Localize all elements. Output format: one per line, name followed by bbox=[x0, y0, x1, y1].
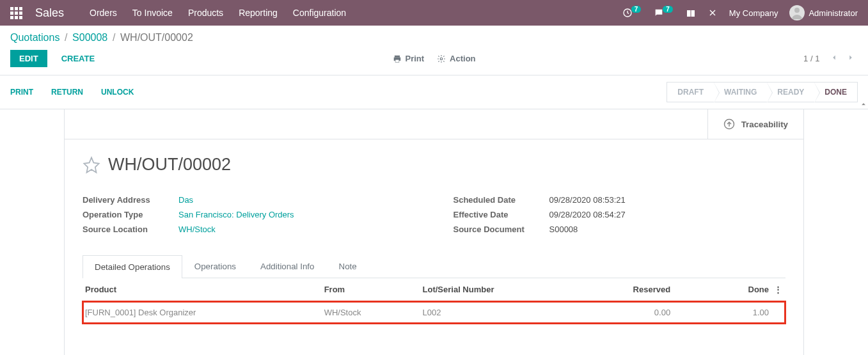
col-menu[interactable]: ⋮ bbox=[771, 278, 785, 301]
status-done[interactable]: DONE bbox=[814, 82, 858, 102]
control-bar: EDIT CREATE Print Action 1 / 1 bbox=[0, 46, 868, 75]
action-button[interactable]: Action bbox=[437, 54, 475, 63]
return-link[interactable]: RETURN bbox=[51, 88, 83, 97]
avatar-icon bbox=[789, 5, 805, 20]
company-selector[interactable]: My Company bbox=[729, 8, 778, 18]
status-draft[interactable]: DRAFT bbox=[667, 82, 714, 102]
tab-additional-info[interactable]: Additional Info bbox=[248, 255, 326, 278]
delivery-address-value[interactable]: Das bbox=[178, 195, 193, 205]
create-button[interactable]: CREATE bbox=[52, 50, 104, 67]
status-waiting[interactable]: WAITING bbox=[714, 82, 767, 102]
user-menu[interactable]: Administrator bbox=[789, 5, 858, 20]
nav-menu: Orders To Invoice Products Reporting Con… bbox=[90, 8, 622, 18]
breadcrumb-sep: / bbox=[113, 32, 115, 43]
source-location-label: Source Location bbox=[83, 225, 178, 234]
status-ready[interactable]: READY bbox=[767, 82, 814, 102]
effective-date-value: 09/28/2020 08:54:27 bbox=[549, 210, 626, 219]
breadcrumb-order[interactable]: S00008 bbox=[72, 32, 107, 43]
pager-count: 1 / 1 bbox=[803, 54, 819, 63]
messaging-badge: 7 bbox=[663, 6, 673, 13]
cell-product: [FURN_0001] Desk Organizer bbox=[83, 301, 322, 324]
gift-icon[interactable] bbox=[686, 8, 696, 18]
col-lot[interactable]: Lot/Serial Number bbox=[420, 278, 589, 301]
edit-button[interactable]: EDIT bbox=[10, 50, 47, 67]
arrow-up-icon bbox=[723, 118, 735, 130]
source-document-value: S00008 bbox=[549, 225, 578, 234]
tools-icon[interactable] bbox=[707, 8, 718, 18]
svg-rect-7 bbox=[395, 59, 399, 62]
activity-badge: 7 bbox=[631, 6, 642, 13]
favorite-star-icon[interactable] bbox=[83, 156, 100, 174]
print-link[interactable]: PRINT bbox=[10, 88, 33, 97]
scheduled-date-value: 09/28/2020 08:53:21 bbox=[549, 195, 626, 205]
page-title: WH/OUT/00002 bbox=[108, 155, 231, 175]
svg-rect-5 bbox=[394, 55, 399, 57]
cell-done: 1.00 bbox=[673, 301, 771, 324]
operations-table: Product From Lot/Serial Number Reserved … bbox=[83, 278, 785, 324]
effective-date-label: Effective Date bbox=[454, 210, 549, 219]
pager-next-button[interactable] bbox=[844, 53, 858, 64]
user-name: Administrator bbox=[809, 8, 858, 18]
col-from[interactable]: From bbox=[322, 278, 420, 301]
col-done[interactable]: Done bbox=[673, 278, 771, 301]
nav-reporting[interactable]: Reporting bbox=[239, 8, 278, 18]
print-icon bbox=[392, 54, 401, 63]
col-reserved[interactable]: Reserved bbox=[588, 278, 673, 301]
nav-orders[interactable]: Orders bbox=[90, 8, 117, 18]
breadcrumb-current: WH/OUT/00002 bbox=[120, 32, 193, 43]
form-sheet: Traceability WH/OUT/00002 Delivery Addre… bbox=[64, 109, 804, 355]
tab-operations[interactable]: Operations bbox=[182, 255, 248, 278]
traceability-button[interactable]: Traceability bbox=[707, 109, 803, 139]
print-button[interactable]: Print bbox=[392, 54, 424, 63]
scheduled-date-label: Scheduled Date bbox=[454, 195, 549, 205]
cell-reserved: 0.00 bbox=[588, 301, 673, 324]
unlock-link[interactable]: UNLOCK bbox=[101, 88, 134, 97]
breadcrumb-root[interactable]: Quotations bbox=[10, 32, 59, 43]
col-product[interactable]: Product bbox=[83, 278, 322, 301]
action-bar: PRINT RETURN UNLOCK DRAFT WAITING READY … bbox=[0, 75, 868, 109]
apps-icon[interactable] bbox=[10, 7, 22, 19]
pager-prev-button[interactable] bbox=[827, 53, 841, 64]
module-name[interactable]: Sales bbox=[35, 6, 64, 20]
nav-products[interactable]: Products bbox=[188, 8, 223, 18]
gear-icon bbox=[437, 54, 446, 63]
nav-right: 7 7 My Company Administrator bbox=[622, 5, 858, 20]
activity-icon[interactable]: 7 bbox=[622, 8, 643, 18]
source-document-label: Source Document bbox=[454, 225, 549, 234]
delivery-address-label: Delivery Address bbox=[83, 195, 178, 205]
scroll-up-icon[interactable] bbox=[859, 100, 868, 109]
table-row[interactable]: [FURN_0001] Desk Organizer WH/Stock L002… bbox=[83, 301, 785, 324]
tab-detailed-operations[interactable]: Detailed Operations bbox=[83, 255, 182, 278]
breadcrumb-sep: / bbox=[65, 32, 67, 43]
nav-configuration[interactable]: Configuration bbox=[293, 8, 346, 18]
pager: 1 / 1 bbox=[803, 53, 858, 64]
top-nav: Sales Orders To Invoice Products Reporti… bbox=[0, 0, 868, 26]
svg-point-8 bbox=[440, 58, 443, 60]
tab-note[interactable]: Note bbox=[327, 255, 369, 278]
cell-from: WH/Stock bbox=[322, 301, 420, 324]
messaging-icon[interactable]: 7 bbox=[654, 8, 674, 18]
cell-lot: L002 bbox=[420, 301, 589, 324]
source-location-value[interactable]: WH/Stock bbox=[178, 225, 216, 234]
breadcrumb: Quotations / S00008 / WH/OUT/00002 bbox=[0, 26, 868, 46]
tabs: Detailed Operations Operations Additiona… bbox=[83, 255, 785, 278]
nav-to-invoice[interactable]: To Invoice bbox=[132, 8, 173, 18]
svg-point-4 bbox=[794, 8, 800, 13]
operation-type-label: Operation Type bbox=[83, 210, 178, 219]
status-bar: DRAFT WAITING READY DONE bbox=[667, 82, 858, 102]
operation-type-value[interactable]: San Francisco: Delivery Orders bbox=[178, 210, 294, 219]
